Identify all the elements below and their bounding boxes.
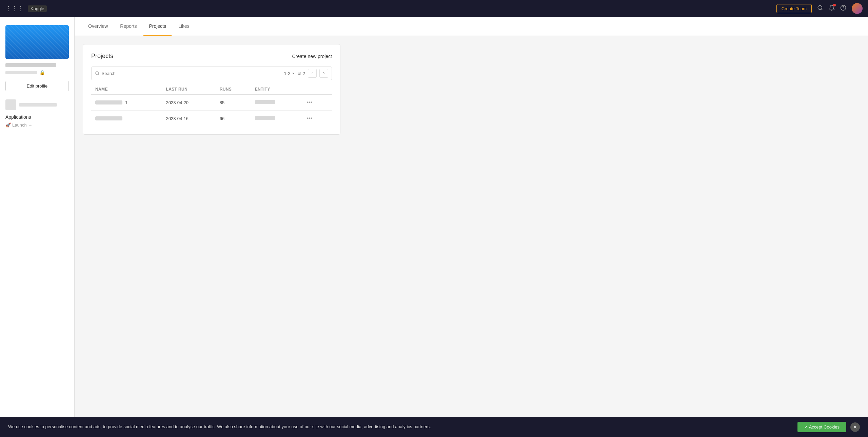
main-content: Overview Reports Projects Likes Projects… <box>75 17 868 437</box>
rocket-icon: 🚀 <box>5 122 11 128</box>
brand-label: Kaggle <box>28 5 47 12</box>
cell-last-run: 2023-04-20 <box>162 95 216 111</box>
cookie-actions: ✓ Accept Cookies ✕ <box>797 422 860 432</box>
app-thumbnail-image <box>5 99 16 110</box>
accept-cookies-button[interactable]: ✓ Accept Cookies <box>797 422 846 432</box>
cell-name <box>91 111 162 127</box>
launch-text[interactable]: Launch → <box>12 122 32 128</box>
name-blur <box>95 116 122 120</box>
search-wrap <box>95 71 284 76</box>
user-avatar[interactable] <box>852 3 863 14</box>
col-actions <box>301 84 332 95</box>
projects-title: Projects <box>91 53 113 60</box>
dropdown-icon <box>292 72 295 75</box>
row-more-menu-button[interactable]: ••• <box>305 115 315 122</box>
projects-card: Projects Create new project 1-2 of 2 <box>83 44 340 135</box>
lock-icon: 🔒 <box>39 70 45 75</box>
table-controls: 1-2 of 2 <box>91 66 332 80</box>
grid-icon[interactable]: ⋮⋮⋮ <box>5 5 24 12</box>
search-icon[interactable] <box>817 5 823 13</box>
col-last-run: Last Run <box>162 84 216 95</box>
svg-point-0 <box>818 5 822 10</box>
entity-blur <box>255 116 275 120</box>
nav-left: ⋮⋮⋮ Kaggle <box>5 5 47 12</box>
entity-blur <box>255 100 275 104</box>
create-team-button[interactable]: Create Team <box>776 4 812 13</box>
tab-overview[interactable]: Overview <box>83 17 113 36</box>
row-more-menu-button[interactable]: ••• <box>305 99 315 106</box>
col-name: Name <box>91 84 162 95</box>
sidebar: 🔒 Edit profile Applications 🚀 Launch → <box>0 17 75 437</box>
applications-label: Applications <box>5 114 69 120</box>
profile-username-blur <box>5 71 37 74</box>
main-layout: 🔒 Edit profile Applications 🚀 Launch → O… <box>0 17 868 437</box>
cookie-banner: We use cookies to personalise content an… <box>0 417 868 437</box>
profile-cover <box>5 25 69 59</box>
notifications-icon[interactable] <box>829 5 835 13</box>
app-thumbnail <box>5 99 69 110</box>
cell-last-run: 2023-04-16 <box>162 111 216 127</box>
profile-sub: 🔒 <box>5 70 69 75</box>
edit-profile-button[interactable]: Edit profile <box>5 81 69 91</box>
svg-point-4 <box>96 72 99 75</box>
profile-name-blur <box>5 63 56 67</box>
name-suffix: 1 <box>125 100 127 105</box>
name-blur <box>95 100 122 104</box>
table-row: 2023-04-16 66 ••• <box>91 111 332 127</box>
notification-dot <box>833 4 836 6</box>
page-range-value: 1-2 <box>284 71 291 76</box>
search-icon <box>95 71 100 76</box>
table-row: 1 2023-04-20 85 ••• <box>91 95 332 111</box>
cookie-text: We use cookies to personalise content an… <box>8 424 789 430</box>
projects-table: Name Last Run Runs Entity 1 2023-04-20 <box>91 84 332 126</box>
search-input[interactable] <box>102 71 284 76</box>
profile-info: 🔒 <box>5 63 69 75</box>
page-range: 1-2 <box>284 71 295 76</box>
svg-line-1 <box>821 9 822 10</box>
svg-line-5 <box>98 74 99 75</box>
top-navigation: ⋮⋮⋮ Kaggle Create Team <box>0 0 868 17</box>
cell-name: 1 <box>91 95 162 111</box>
next-page-button[interactable] <box>319 69 328 78</box>
nav-right: Create Team <box>776 3 863 14</box>
tab-likes[interactable]: Likes <box>173 17 195 36</box>
cell-runs: 85 <box>216 95 251 111</box>
create-new-project-button[interactable]: Create new project <box>292 54 332 59</box>
col-entity: Entity <box>251 84 301 95</box>
cell-runs: 66 <box>216 111 251 127</box>
launch-link[interactable]: 🚀 Launch → <box>5 122 69 128</box>
tab-projects[interactable]: Projects <box>143 17 172 36</box>
tab-reports[interactable]: Reports <box>115 17 142 36</box>
applications-section: Applications 🚀 Launch → <box>5 99 69 128</box>
cell-entity <box>251 95 301 111</box>
tabs-bar: Overview Reports Projects Likes <box>75 17 868 36</box>
pagination-of-label: of 2 <box>298 71 305 76</box>
pagination-controls: 1-2 of 2 <box>284 69 328 78</box>
prev-page-button[interactable] <box>308 69 317 78</box>
close-cookie-button[interactable]: ✕ <box>850 422 860 432</box>
cell-entity <box>251 111 301 127</box>
help-icon[interactable] <box>840 5 846 13</box>
projects-panel: Projects Create new project 1-2 of 2 <box>75 36 868 143</box>
cell-actions: ••• <box>301 95 332 111</box>
projects-header: Projects Create new project <box>91 53 332 60</box>
col-runs: Runs <box>216 84 251 95</box>
cover-art <box>5 25 69 59</box>
table-header-row: Name Last Run Runs Entity <box>91 84 332 95</box>
cell-actions: ••• <box>301 111 332 127</box>
app-thumbnail-text <box>19 103 57 107</box>
